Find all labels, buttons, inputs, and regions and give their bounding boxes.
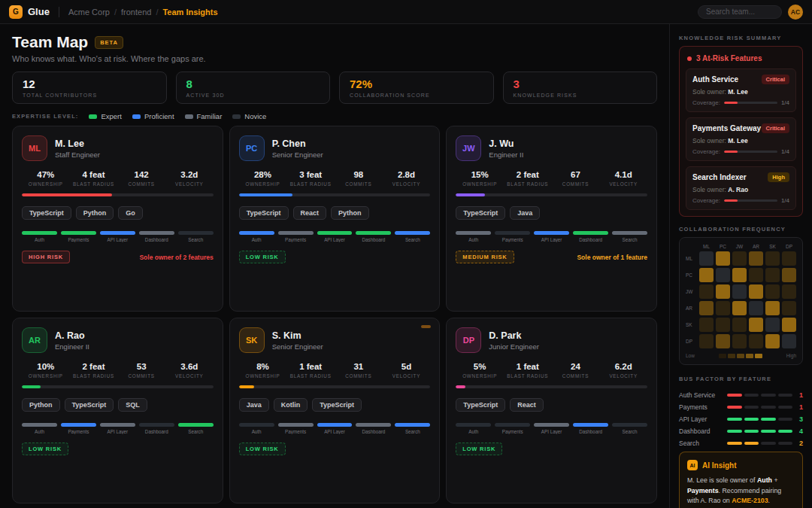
breadcrumb-current[interactable]: Team Insights (162, 8, 217, 17)
member-stat-value: 5d (383, 362, 431, 371)
member-role: Engineer II (55, 342, 89, 351)
stat-collaboration-score: 72% COLLABORATION SCORE (339, 71, 494, 104)
bus-segment-icon (727, 430, 742, 433)
user-avatar[interactable]: AC (788, 5, 803, 20)
feature-label: Auth (456, 429, 491, 434)
heatmap-cell (782, 301, 796, 315)
stat-total-contributors: 12 TOTAL CONTRIBUTORS (12, 71, 167, 104)
bus-factor-list: Auth Service1Payments1API Layer3Dashboar… (679, 387, 803, 452)
bus-feature-name: Auth Service (679, 391, 723, 399)
feature-label: Payments (278, 237, 314, 242)
member-stat-value: 2 feat (504, 170, 552, 179)
legend-item-familiar: Familiar (185, 112, 223, 120)
bus-segment-icon (778, 406, 793, 409)
expertise-bar-icon (139, 231, 174, 235)
app-logo-icon[interactable]: G (9, 5, 23, 19)
heatmap-cell (699, 284, 714, 299)
member-stat-value: 4 feat (70, 170, 118, 179)
member-footer: LOW RISK (239, 443, 431, 455)
member-stat: 3.6dVELOCITY (165, 362, 214, 379)
expertise-bar-icon (573, 423, 608, 427)
bus-segment-icon (727, 442, 742, 445)
expertise-bar-icon (612, 231, 647, 235)
feature-expertise: Auth (22, 423, 57, 434)
proficient-swatch-icon (132, 114, 141, 119)
member-stat-label: OWNERSHIP (239, 181, 287, 187)
feature-owner: Sole owner: A. Rao (692, 186, 789, 193)
feature-label: Dashboard (356, 429, 391, 434)
member-stat-label: OWNERSHIP (22, 373, 70, 379)
at-risk-feature-card[interactable]: Payments GatewayCriticalSole owner: M. L… (686, 117, 796, 161)
at-risk-feature-card[interactable]: Search IndexerHighSole owner: A. RaoCove… (686, 166, 796, 210)
bus-factor-value: 1 (797, 403, 803, 411)
heatmap-cell (749, 284, 763, 299)
bus-segments (727, 394, 792, 397)
page-subtitle: Who knows what. Who's at risk. Where the… (12, 54, 657, 63)
section-title-bus-factor: BUS FACTOR BY FEATURE (679, 376, 803, 382)
feature-name: Search Indexer (692, 173, 747, 181)
member-stat: 3 featBLAST RADIUS (286, 170, 335, 187)
feature-label: Dashboard (573, 429, 608, 434)
coverage-row: Coverage:1/4 (692, 99, 789, 106)
breadcrumb-org[interactable]: Acme Corp (68, 8, 110, 17)
member-stat-label: BLAST RADIUS (286, 373, 335, 379)
legend-label: EXPERTISE LEVEL: (12, 113, 78, 120)
feature-expertise: API Layer (100, 423, 135, 434)
feature-expertise: Auth (239, 423, 274, 434)
feature-label: Auth (22, 429, 57, 434)
feature-expertise: Search (395, 423, 430, 434)
stat-label: KNOWLEDGE RISKS (514, 93, 647, 98)
skill-tag: Java (510, 206, 540, 220)
feature-label: Auth (239, 237, 274, 242)
heatmap-low-label: Low (686, 353, 695, 358)
member-card[interactable]: SKS. KimSenior Engineer8%OWNERSHIP1 feat… (229, 318, 441, 503)
heatmap-cell (699, 318, 714, 332)
bus-factor-row: Auth Service1 (679, 391, 803, 399)
member-stat-value: 15% (456, 170, 504, 179)
expertise-bar-icon (61, 231, 96, 235)
member-stat-label: VELOCITY (599, 181, 647, 187)
skill-tag: Java (239, 398, 269, 412)
heatmap-cell (732, 268, 747, 282)
heatmap-cell (732, 284, 747, 299)
member-card[interactable]: PCP. ChenSenior Engineer28%OWNERSHIP3 fe… (229, 126, 441, 312)
member-card[interactable]: JWJ. WuEngineer II15%OWNERSHIP2 featBLAS… (446, 126, 657, 312)
member-stats: 8%OWNERSHIP1 featBLAST RADIUS31COMMITS5d… (239, 362, 431, 379)
expertise-bar-icon (317, 423, 353, 427)
member-card[interactable]: DPD. ParkJunior Engineer5%OWNERSHIP1 fea… (446, 318, 657, 503)
feature-label: Dashboard (573, 237, 608, 242)
member-footer: LOW RISK (22, 443, 214, 455)
ownership-bar-fill (456, 385, 465, 388)
member-stats: 10%OWNERSHIP2 featBLAST RADIUS53COMMITS3… (22, 362, 214, 379)
coverage-row: Coverage:1/4 (692, 197, 789, 204)
member-stat-label: VELOCITY (599, 373, 647, 379)
bus-segment-icon (761, 430, 776, 433)
member-stat-value: 3.2d (165, 170, 214, 179)
member-card[interactable]: ARA. RaoEngineer II10%OWNERSHIP2 featBLA… (12, 318, 223, 503)
at-risk-feature-card[interactable]: Auth ServiceCriticalSole owner: M. LeeCo… (686, 68, 796, 112)
member-card[interactable]: MLM. LeeStaff Engineer47%OWNERSHIP4 feat… (12, 126, 223, 312)
member-header: JWJ. WuEngineer II (456, 135, 647, 161)
novice-swatch-icon (232, 114, 241, 119)
member-stat: 4.1dVELOCITY (599, 170, 647, 187)
member-stat-value: 1 feat (286, 362, 335, 371)
expertise-bar-icon (356, 423, 391, 427)
member-role: Engineer II (489, 151, 523, 159)
expert-swatch-icon (89, 114, 97, 119)
member-stats: 28%OWNERSHIP3 featBLAST RADIUS98COMMITS2… (239, 170, 431, 187)
feature-expertise: Search (178, 231, 214, 242)
member-footer: LOW RISK (456, 443, 647, 455)
severity-badge: Critical (762, 123, 789, 133)
feature-label: Search (612, 237, 647, 242)
member-stat-label: OWNERSHIP (456, 373, 504, 379)
expertise-bar-icon (61, 423, 96, 427)
skill-tag: React (510, 398, 544, 412)
heatmap-row: DP (686, 334, 796, 348)
feature-label: Payments (278, 429, 314, 434)
feature-expertise: Auth (456, 231, 491, 242)
search-input[interactable] (698, 5, 782, 19)
breadcrumb-repo[interactable]: frontend (121, 8, 151, 17)
heatmap-scale-step (737, 354, 744, 358)
heatmap-cell (716, 334, 730, 348)
member-stat-label: BLAST RADIUS (70, 181, 118, 187)
